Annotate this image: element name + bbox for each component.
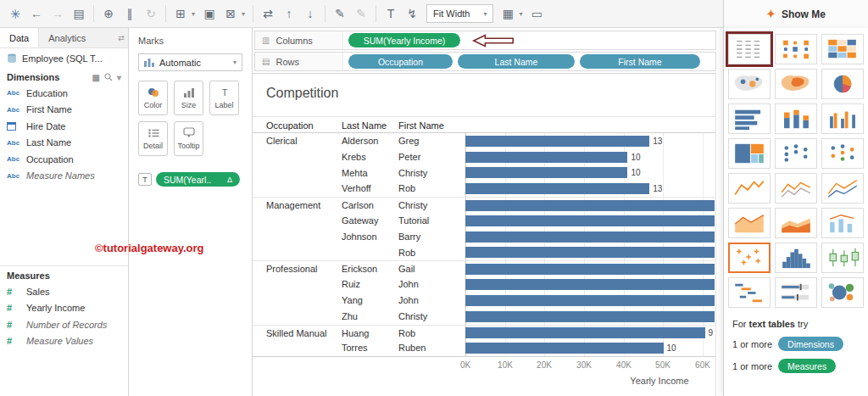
panel-swap-icon[interactable]: ⇄ [114, 28, 128, 47]
dimension-field-first-name[interactable]: Abc First Name [0, 102, 128, 119]
dropdown-caret-icon[interactable]: ▾ [242, 10, 245, 18]
measure-field-sales[interactable]: # Sales [0, 283, 128, 300]
show-me-button[interactable]: ✦ Show Me [723, 0, 868, 28]
dimension-field-last-name[interactable]: Abc Last Name [0, 135, 128, 152]
income-bar[interactable] [465, 295, 715, 306]
lines-discrete-icon [777, 176, 815, 200]
showme-side-by-side-bars-thumbnail[interactable] [821, 103, 864, 134]
database-icon [7, 53, 17, 64]
color-button[interactable]: Color [138, 81, 168, 115]
showme-area-continuous-thumbnail[interactable] [728, 208, 771, 238]
swap-rows-columns-icon[interactable]: ⇄ [261, 8, 275, 20]
showme-stacked-bars-thumbnail[interactable] [775, 103, 817, 134]
income-bar[interactable] [465, 215, 715, 226]
showme-packed-bubbles-thumbnail[interactable] [821, 277, 864, 308]
pause-auto-updates-icon[interactable]: ∥ [123, 8, 136, 20]
redo-icon[interactable]: → [51, 8, 64, 20]
save-icon[interactable]: ▤ [72, 8, 86, 20]
showme-gantt-thumbnail[interactable] [728, 277, 771, 308]
mark-btn-label: Color [144, 101, 163, 109]
showme-histogram-thumbnail[interactable] [775, 243, 817, 273]
clear-sheet-icon[interactable]: ⊠ [224, 8, 237, 20]
showme-bullet-graph-thumbnail[interactable] [775, 277, 817, 308]
tab-analytics[interactable]: Analytics [38, 28, 114, 47]
mark-type-dropdown[interactable]: Automatic ▾ [138, 53, 242, 71]
pill-last-name[interactable]: Last Name [458, 54, 575, 69]
run-update-icon[interactable]: ↻ [144, 8, 158, 20]
presentation-mode-icon[interactable]: ▭ [530, 8, 543, 20]
new-data-source-icon[interactable]: ⊕ [102, 8, 115, 20]
income-bar[interactable] [465, 327, 705, 338]
showme-highlight-table-thumbnail[interactable] [821, 34, 864, 64]
highlight-icon[interactable]: ✎ [333, 8, 347, 20]
search-icon[interactable] [104, 73, 113, 81]
size-button[interactable]: Size [174, 81, 203, 115]
income-bar[interactable] [465, 200, 715, 211]
pill-first-name[interactable]: First Name [580, 54, 700, 69]
pill-sum-yearly-income[interactable]: SUM(Yearly Income) [348, 33, 460, 47]
showme-symbol-map-thumbnail[interactable] [728, 69, 771, 99]
fit-dropdown[interactable]: Fit Width ▾ [426, 4, 493, 23]
showme-dual-lines-thumbnail[interactable] [821, 173, 864, 204]
undo-icon[interactable]: ← [30, 8, 43, 20]
income-bar[interactable] [465, 152, 627, 163]
income-bar[interactable] [465, 279, 715, 290]
view-as-grid-icon[interactable]: ▦ [92, 73, 100, 82]
showme-lines-continuous-thumbnail[interactable] [728, 173, 771, 204]
showme-lines-discrete-thumbnail[interactable] [775, 173, 817, 204]
showme-heatmap-thumbnail[interactable] [775, 34, 817, 64]
fix-axes-icon[interactable]: ↯ [405, 8, 419, 20]
dimension-field-education[interactable]: Abc Education [0, 85, 128, 102]
measure-field-number-of-records[interactable]: # Number of Records [0, 316, 128, 333]
sort-ascending-icon[interactable]: ↑ [282, 8, 296, 20]
income-bar[interactable] [465, 343, 664, 354]
new-worksheet-icon[interactable]: ⊞ [174, 8, 187, 20]
showme-side-by-side-circles-thumbnail[interactable] [821, 138, 864, 169]
grid-view-icon[interactable]: ▦ [501, 8, 515, 20]
marks-encoding-pill[interactable]: SUM(Yearl.. Δ [156, 172, 240, 187]
duplicate-sheet-icon[interactable]: ▣ [203, 8, 216, 20]
chevron-down-icon[interactable]: ▾ [117, 73, 121, 82]
detail-button[interactable]: Detail [138, 121, 168, 156]
measure-field-measure-values[interactable]: # Measure Values [0, 333, 128, 350]
showme-area-discrete-thumbnail[interactable] [775, 208, 817, 238]
tab-data[interactable]: Data [0, 28, 38, 47]
rows-shelf[interactable]: ▤ Rows Occupation Last Name First Name [254, 52, 716, 71]
column-header-occupation[interactable]: Occupation [266, 117, 314, 134]
rows-shelf-label: ▤ Rows [255, 53, 343, 70]
tooltip-button[interactable]: Tooltip [174, 121, 203, 156]
label-button[interactable]: T Label [209, 81, 239, 115]
show-mark-labels-icon[interactable]: T [384, 8, 398, 20]
dimension-field-occupation[interactable]: Abc Occupation [0, 151, 128, 168]
format-icon[interactable]: ✎ [354, 8, 368, 20]
showme-filled-map-thumbnail[interactable] [775, 69, 817, 99]
measure-field-yearly-income[interactable]: # Yearly Income [0, 300, 128, 317]
income-bar[interactable] [465, 136, 649, 147]
showme-scatter-plot-thumbnail[interactable] [728, 243, 771, 273]
showme-horizontal-bars-thumbnail[interactable] [728, 103, 771, 134]
showme-pie-chart-thumbnail[interactable] [821, 69, 864, 99]
income-bar[interactable] [465, 264, 715, 275]
income-bar[interactable] [465, 231, 715, 243]
income-bar[interactable] [465, 247, 715, 258]
dimension-field-measure-names[interactable]: Abc Measure Names [0, 168, 128, 185]
income-bar[interactable] [465, 311, 715, 322]
dropdown-caret-icon[interactable]: ▾ [192, 10, 195, 18]
income-bar[interactable] [465, 183, 649, 194]
bar-label: 10 [667, 343, 676, 353]
first-name-cell: Greg [398, 133, 461, 149]
income-bar[interactable] [465, 167, 627, 178]
column-header-last-name[interactable]: Last Name [342, 117, 387, 134]
datasource-item[interactable]: Employee (SQL T... [0, 48, 128, 68]
dimension-field-hire-date[interactable]: Hire Date [0, 118, 128, 135]
showme-circle-views-thumbnail[interactable] [775, 138, 817, 169]
pill-occupation[interactable]: Occupation [348, 54, 453, 69]
column-header-first-name[interactable]: First Name [398, 117, 444, 134]
showme-text-table-thumbnail[interactable] [728, 34, 771, 64]
last-name-cell: Alderson [342, 133, 394, 149]
showme-treemap-thumbnail[interactable] [728, 138, 771, 169]
showme-box-and-whisker-thumbnail[interactable] [821, 243, 864, 273]
showme-dual-combination-thumbnail[interactable] [821, 208, 864, 238]
dropdown-caret-icon[interactable]: ▾ [519, 10, 522, 18]
sort-descending-icon[interactable]: ↓ [303, 8, 317, 20]
